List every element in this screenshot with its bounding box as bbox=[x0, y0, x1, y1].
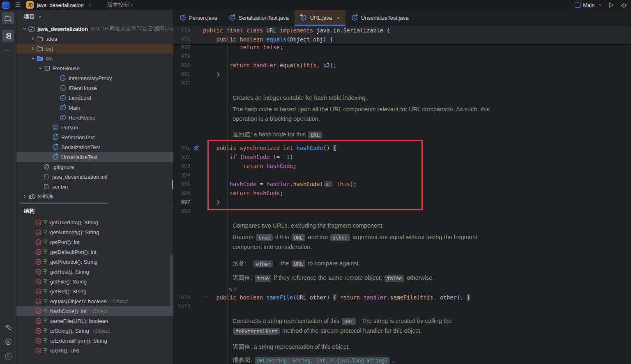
structure-item-toexternalform[interactable]: m toExternalForm(): String bbox=[16, 336, 173, 346]
line-number: 176 bbox=[173, 26, 190, 35]
structure-item-gethost[interactable]: m getHost(): String bbox=[16, 267, 173, 276]
tree-item-.gitignore[interactable]: .gitignore bbox=[16, 162, 173, 172]
sticky-line-976[interactable]: 976 public boolean equals(Object obj) { bbox=[173, 35, 631, 44]
tab-unserializetest-java[interactable]: C UnserializeTest.java bbox=[345, 10, 415, 25]
chevron-down-icon[interactable] bbox=[37, 66, 44, 70]
structure-item-touri[interactable]: m toURI(): URI bbox=[16, 346, 173, 355]
toggle-rendered-doc-icon[interactable]: ✎ ˅ bbox=[173, 287, 631, 293]
tab-url-java[interactable]: C URL.java× bbox=[295, 10, 345, 25]
tree-item-unserializetest[interactable]: CUnserializeTest bbox=[16, 152, 173, 162]
structure-item-getdefaultport[interactable]: m getDefaultPort(): int bbox=[16, 247, 173, 257]
class-icon: C bbox=[52, 124, 59, 131]
code-line-980[interactable]: 980 return handler.equals(this, u2); bbox=[173, 61, 631, 70]
tree-item-irenthouse[interactable]: IIRentHouse bbox=[16, 83, 173, 93]
terminal-toolwindow-button[interactable] bbox=[2, 350, 14, 362]
tree-item-serializationtest[interactable]: CSerializationTest bbox=[16, 142, 173, 152]
doc-link-chip[interactable]: URL(String, String, int, * java.lang.Str… bbox=[255, 357, 390, 364]
doc-code-chip: other bbox=[330, 234, 350, 241]
run-button[interactable] bbox=[608, 2, 614, 8]
chevron-right-icon[interactable] bbox=[30, 46, 36, 51]
sticky-line-176[interactable]: 176public final class URL implements jav… bbox=[173, 26, 631, 35]
code-line-982[interactable]: 982 bbox=[173, 79, 631, 88]
code-line-978[interactable]: 978 return false; bbox=[173, 43, 631, 52]
code-line-991[interactable]: 991 public synchronized int hashCode() { bbox=[173, 143, 631, 152]
indent-guide bbox=[227, 26, 228, 364]
code-line-992[interactable]: 992 if (hashCode != -1) bbox=[173, 152, 631, 161]
structure-item-getauthority[interactable]: m getAuthority(): String bbox=[16, 227, 173, 237]
structure-vscrollbar[interactable] bbox=[170, 255, 173, 306]
close-icon[interactable]: × bbox=[336, 15, 340, 21]
tree-item-java-deserialization.iml[interactable]: java_deserialization.iml bbox=[16, 172, 173, 182]
structure-item-hashcode[interactable]: m hashCode(): int↑Object bbox=[16, 306, 173, 316]
structure-item-equals[interactable]: m equals(Object): boolean↑Object bbox=[16, 296, 173, 306]
project-panel-header[interactable]: 项目 ∨ bbox=[16, 10, 173, 24]
chevron-right-icon[interactable] bbox=[30, 37, 36, 41]
project-name: java_deserialization bbox=[37, 2, 83, 8]
structure-item-getfile[interactable]: m getFile(): String bbox=[16, 276, 173, 286]
structure-item-getport[interactable]: m getPort(): int bbox=[16, 237, 173, 247]
code-line-993[interactable]: 993 return hashCode; bbox=[173, 161, 631, 170]
tree-item-landlord[interactable]: CLandLord bbox=[16, 93, 173, 103]
folder-src-icon bbox=[36, 55, 43, 62]
structure-item-getprotocol[interactable]: m getProtocol(): String bbox=[16, 257, 173, 267]
structure-item-label: getPort(): int bbox=[50, 239, 80, 245]
line-number: 997 bbox=[173, 198, 190, 207]
tab-person-java[interactable]: C Person.java bbox=[173, 10, 223, 25]
tree-item--[interactable]: 外部库 bbox=[16, 191, 173, 201]
method-icon: m bbox=[35, 298, 48, 305]
tree-item-main[interactable]: CMain bbox=[16, 103, 173, 113]
hamburger-menu-icon[interactable]: ☰ bbox=[15, 1, 21, 9]
tree-item-label: Main bbox=[69, 105, 80, 111]
structure-item-samefile[interactable]: m sameFile(URL): boolean bbox=[16, 316, 173, 326]
code-line-998[interactable]: 998 bbox=[173, 207, 631, 216]
code-line-996[interactable]: 996 return hashCode; bbox=[173, 189, 631, 198]
code-line-997[interactable]: 997 } bbox=[173, 198, 631, 207]
tree-item-ser.bin[interactable]: ?ser.bin bbox=[16, 182, 173, 191]
chevron-right-icon[interactable] bbox=[21, 194, 28, 198]
run-toolwindow-button[interactable] bbox=[2, 336, 14, 348]
vcs-widget[interactable]: 版本控制 ∨ bbox=[97, 1, 133, 9]
chevron-down-icon[interactable] bbox=[21, 27, 28, 31]
project-widget[interactable]: JD java_deserialization ∨ bbox=[26, 1, 91, 9]
doc-code-chip: false bbox=[385, 275, 404, 282]
tree-item-person[interactable]: CPerson bbox=[16, 122, 173, 132]
structure-item-getuserinfo[interactable]: m getUserInfo(): String bbox=[16, 217, 173, 227]
rendered-javadoc-block: Constructs a string representation of th… bbox=[173, 316, 631, 364]
tree-item-reflectiontest[interactable]: CReflectionTest bbox=[16, 132, 173, 142]
svg-text:m: m bbox=[37, 250, 39, 254]
tree-item-out[interactable]: out bbox=[16, 44, 173, 53]
commit-toolwindow-button[interactable] bbox=[2, 30, 14, 42]
debug-button[interactable] bbox=[621, 2, 627, 8]
code-line-979[interactable]: 979 bbox=[173, 52, 631, 61]
editor-body[interactable]: 978 return false;979980 return handler.e… bbox=[173, 26, 631, 364]
run-configuration-selector[interactable]: Main ∨ bbox=[575, 2, 601, 8]
code-line-1010[interactable]: 1010› public boolean sameFile(URL other)… bbox=[173, 293, 631, 302]
tree-item-.idea[interactable]: .idea bbox=[16, 34, 173, 44]
tree-item-src[interactable]: src bbox=[16, 53, 173, 63]
tree-item-label: .idea bbox=[46, 36, 57, 42]
chevron-down-icon[interactable] bbox=[30, 56, 36, 60]
tree-item-renthouse[interactable]: CRentHouse bbox=[16, 113, 173, 122]
tree-item-renthouse[interactable]: RentHouse bbox=[16, 63, 173, 73]
tree-item-java-deserialization[interactable]: java_deserializationE:\CTF\网络安全学习笔记\漏洞\J… bbox=[16, 24, 173, 34]
method-icon: m bbox=[35, 239, 48, 246]
structure-item-getref[interactable]: m getRef(): String bbox=[16, 286, 173, 296]
structure-item-tostring[interactable]: m toString(): String↑Object bbox=[16, 326, 173, 336]
overriding-method-gutter-icon[interactable] bbox=[193, 145, 200, 151]
project-tree-hscrollbar[interactable] bbox=[20, 203, 108, 204]
tree-item-intermediaryproxy[interactable]: CIntermediaryProxy bbox=[16, 73, 173, 83]
code-line-981[interactable]: 981 } bbox=[173, 70, 631, 79]
project-toolwindow-button[interactable] bbox=[2, 12, 14, 24]
tree-item-label: out bbox=[46, 46, 53, 52]
build-toolwindow-button[interactable] bbox=[2, 321, 14, 334]
line-number: 993 bbox=[173, 161, 190, 170]
folder-icon bbox=[36, 45, 43, 52]
code-line-1013[interactable]: 1013 bbox=[173, 302, 631, 311]
tab-serializationtest-java[interactable]: C SerializationTest.java bbox=[223, 10, 295, 25]
tab-label: UnserializeTest.java bbox=[361, 15, 409, 21]
structure-panel-header[interactable]: 结构 bbox=[16, 205, 173, 217]
code-line-994[interactable]: 994 bbox=[173, 170, 631, 180]
project-tree-vscrollbar[interactable] bbox=[172, 180, 173, 189]
more-toolwindows-button[interactable]: ⋯ bbox=[2, 44, 14, 56]
code-line-995[interactable]: 995 hashCode = handler.hashCode(u: this)… bbox=[173, 180, 631, 189]
